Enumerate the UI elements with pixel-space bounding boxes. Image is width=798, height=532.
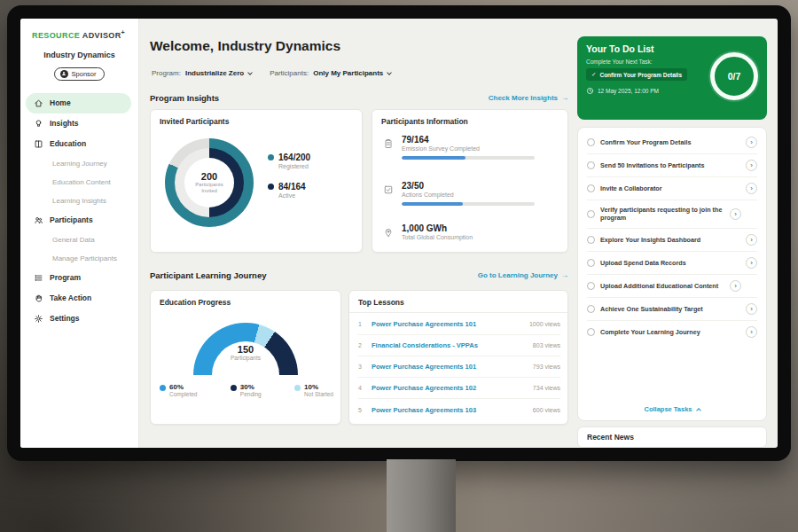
- task-checkbox[interactable]: [587, 305, 595, 313]
- card-title: Participants Information: [381, 117, 468, 126]
- card-title: Invited Participants: [160, 117, 229, 126]
- task-checkbox[interactable]: [587, 282, 595, 290]
- chevron-down-icon: [247, 70, 253, 75]
- task-checkbox[interactable]: [587, 184, 595, 192]
- invited-donut-chart: 200 Participants Invited: [165, 138, 254, 227]
- task-checkbox[interactable]: [587, 259, 595, 267]
- task-checkbox[interactable]: [587, 161, 595, 169]
- chevron-right-icon: ›: [734, 210, 737, 218]
- sponsor-label: Sponsor: [72, 70, 97, 78]
- go-to-learning-journey-link[interactable]: Go to Learning Journey →: [478, 271, 568, 279]
- recent-news-header[interactable]: Recent News: [577, 426, 767, 448]
- task-row[interactable]: Verify participants requesting to join t…: [587, 200, 757, 229]
- education-progress-card: Education Progress 150 Participants 60%: [150, 290, 341, 425]
- task-row[interactable]: Achieve One Sustainability Target ›: [587, 298, 757, 321]
- lesson-row: 3 Power Purchase Agreements 101 793 view…: [358, 356, 560, 378]
- task-chevron-button[interactable]: ›: [730, 208, 741, 220]
- legend-registered: 164/200 Registered: [268, 153, 310, 169]
- list-icon: [34, 273, 43, 283]
- gear-icon: [34, 314, 43, 324]
- lesson-link[interactable]: Power Purchase Agreements 102: [372, 384, 527, 392]
- task-checkbox[interactable]: [587, 138, 595, 146]
- todo-progress-ring: 0/7: [710, 52, 758, 100]
- program-value: Industrialize Zero: [185, 69, 244, 77]
- check-more-insights-link[interactable]: Check More Insights →: [489, 94, 568, 102]
- legend-dot: [160, 385, 166, 391]
- learning-journey-header: Participant Learning Journey Go to Learn…: [150, 270, 568, 280]
- task-chevron-button[interactable]: ›: [746, 160, 757, 171]
- sidebar-item-home[interactable]: Home: [26, 93, 131, 113]
- task-row[interactable]: Send 50 Invitations to Participants ›: [587, 154, 757, 177]
- task-chevron-button[interactable]: ›: [746, 137, 757, 148]
- hand-icon: [34, 293, 43, 303]
- sidebar-item-label: Learning Insights: [52, 197, 106, 205]
- task-chevron-button[interactable]: ›: [746, 257, 757, 269]
- task-chevron-button[interactable]: ›: [730, 280, 741, 292]
- legend-completed: 60% Completed: [160, 383, 197, 397]
- sidebar: RESOURCE ADVISOR+ Industry Dynamics Spon…: [20, 19, 139, 448]
- invited-participants-card: Invited Participants 200 Participants In…: [150, 109, 363, 253]
- task-chevron-button[interactable]: ›: [746, 183, 757, 194]
- chevron-right-icon: ›: [750, 161, 753, 169]
- sidebar-item-label: Participants: [50, 215, 93, 224]
- lesson-link[interactable]: Power Purchase Agreements 103: [372, 406, 527, 414]
- sidebar-item-learning-journey[interactable]: Learning Journey: [20, 154, 138, 173]
- collapse-tasks-button[interactable]: Collapse Tasks: [587, 399, 757, 419]
- app-logo: RESOURCE ADVISOR+: [20, 19, 138, 40]
- task-row[interactable]: Complete Your Learning Journey ›: [587, 321, 757, 343]
- program-select[interactable]: Program: Industrialize Zero: [152, 69, 252, 77]
- task-row[interactable]: Confirm Your Program Details ›: [587, 131, 757, 154]
- legend-dot: [231, 385, 237, 391]
- sponsor-badge[interactable]: Sponsor: [54, 67, 106, 81]
- sidebar-item-program[interactable]: Program: [26, 268, 131, 288]
- logo-resource: RESOURCE: [32, 31, 80, 40]
- legend-not-started: 10% Not Started: [294, 383, 333, 397]
- gauge-legend: 60% Completed 30% Pending: [160, 383, 333, 397]
- chevron-right-icon: ›: [750, 305, 753, 313]
- sidebar-item-label: Learning Journey: [52, 160, 107, 168]
- stat-emission-survey: 79/164 Emission Survey Completed: [383, 135, 535, 160]
- filter-bar: Program: Industrialize Zero Participants…: [152, 69, 391, 77]
- page-title: Welcome, Industry Dynamics: [150, 38, 340, 54]
- monitor-stand: [387, 459, 456, 532]
- chevron-right-icon: ›: [750, 236, 753, 244]
- task-row[interactable]: Upload Additional Educational Content ›: [587, 275, 757, 298]
- sidebar-item-insights[interactable]: Insights: [26, 113, 131, 134]
- task-row[interactable]: Invite a Collaborator ›: [587, 177, 757, 200]
- program-insights-header: Program Insights Check More Insights →: [150, 93, 568, 103]
- sidebar-item-manage-participants[interactable]: Manage Participants: [20, 249, 138, 268]
- lesson-row: 2 Financial Considerations - VPPAs 803 v…: [358, 335, 560, 356]
- task-chevron-button[interactable]: ›: [746, 326, 757, 338]
- sidebar-nav: Home Insights Education Learning Journey: [20, 93, 138, 329]
- lesson-link[interactable]: Financial Considerations - VPPAs: [372, 341, 527, 349]
- sidebar-item-general-data[interactable]: General Data: [20, 231, 138, 249]
- task-chevron-button[interactable]: ›: [746, 303, 757, 315]
- task-checkbox[interactable]: [587, 236, 595, 244]
- sidebar-item-learning-insights[interactable]: Learning Insights: [20, 192, 138, 210]
- sidebar-item-education-content[interactable]: Education Content: [20, 173, 138, 192]
- check-icon: ✓: [591, 71, 596, 78]
- sidebar-item-settings[interactable]: Settings: [26, 309, 131, 329]
- task-row[interactable]: Explore Your Insights Dashboard ›: [587, 229, 757, 252]
- task-checkbox[interactable]: [587, 210, 595, 218]
- participants-info-card: Participants Information 79/164 Emission…: [372, 109, 568, 253]
- sidebar-item-participants[interactable]: Participants: [26, 210, 131, 231]
- participants-label: Participants:: [270, 69, 309, 77]
- task-checkbox[interactable]: [587, 328, 595, 336]
- next-task-chip[interactable]: ✓ Confirm Your Program Details: [586, 68, 687, 81]
- task-chevron-button[interactable]: ›: [746, 234, 757, 246]
- chevron-right-icon: ›: [734, 282, 737, 290]
- org-name: Industry Dynamics: [20, 51, 138, 59]
- lesson-link[interactable]: Power Purchase Agreements 101: [372, 320, 523, 328]
- progress-bar: [402, 202, 535, 206]
- chevron-right-icon: ›: [750, 138, 753, 146]
- participants-select[interactable]: Participants: Only My Participants: [270, 69, 391, 77]
- sidebar-item-take-action[interactable]: Take Action: [26, 288, 131, 309]
- stat-global-consumption: 1,000 GWh Total Global Consumption: [383, 223, 473, 240]
- participants-value: Only My Participants: [313, 69, 383, 77]
- sponsor-icon: [60, 70, 68, 78]
- sidebar-item-education[interactable]: Education: [26, 134, 131, 154]
- sidebar-item-label: Manage Participants: [52, 254, 117, 262]
- lesson-link[interactable]: Power Purchase Agreements 101: [372, 363, 527, 371]
- task-row[interactable]: Upload Spend Data Records ›: [587, 252, 757, 275]
